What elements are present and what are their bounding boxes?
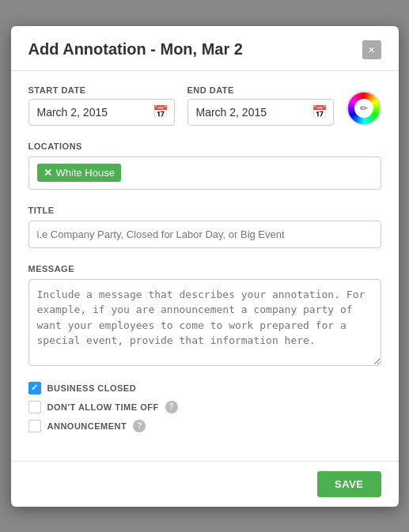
message-label: MESSAGE: [28, 264, 75, 274]
color-picker-button[interactable]: ✏: [347, 91, 381, 126]
business-closed-checkbox[interactable]: [28, 382, 41, 394]
tag-remove-icon[interactable]: ✕: [44, 167, 52, 179]
modal-title: Add Annotation - Mon, Mar 2: [28, 40, 243, 58]
pencil-icon: ✏: [360, 103, 368, 114]
modal-footer: SAVE: [11, 461, 399, 507]
start-date-group: START DATE 📅: [28, 85, 175, 126]
locations-box-wrap: ✕ White House: [28, 157, 381, 190]
start-date-input-wrap: 📅: [28, 99, 175, 126]
location-tag: ✕ White House: [37, 164, 121, 182]
announcement-help-icon[interactable]: ?: [133, 420, 146, 432]
dont-allow-time-off-row: DON'T ALLOW TIME OFF ?: [28, 401, 381, 413]
business-closed-row: BUSINESS CLOSED: [28, 382, 381, 394]
title-input[interactable]: [28, 221, 381, 248]
modal-header: Add Annotation - Mon, Mar 2 ×: [11, 26, 399, 71]
announcement-label: ANNOUNCEMENT: [47, 421, 127, 431]
end-date-input[interactable]: [187, 99, 334, 126]
announcement-row: ANNOUNCEMENT ?: [28, 420, 381, 432]
announcement-checkbox[interactable]: [28, 420, 41, 432]
title-label: TITLE: [28, 206, 55, 215]
checkboxes-section: BUSINESS CLOSED DON'T ALLOW TIME OFF ? A…: [28, 382, 381, 432]
start-date-input[interactable]: [28, 99, 175, 126]
title-section: TITLE: [28, 202, 381, 248]
dont-allow-time-off-checkbox[interactable]: [28, 401, 41, 413]
tag-label: White House: [56, 167, 115, 179]
locations-label: LOCATIONS: [28, 141, 82, 151]
message-textarea-wrap: [28, 279, 381, 369]
locations-box[interactable]: ✕ White House: [28, 157, 381, 190]
business-closed-label: BUSINESS CLOSED: [47, 383, 137, 393]
add-annotation-modal: Add Annotation - Mon, Mar 2 × START DATE…: [11, 26, 399, 507]
end-date-input-wrap: 📅: [187, 99, 334, 126]
start-date-label: START DATE: [28, 85, 175, 95]
locations-section: LOCATIONS ✕ White House: [28, 138, 381, 190]
dont-allow-time-off-help-icon[interactable]: ?: [165, 401, 178, 413]
title-input-wrap: [28, 221, 381, 248]
dates-row: START DATE 📅 END DATE 📅 ✏: [28, 85, 381, 126]
dont-allow-time-off-label: DON'T ALLOW TIME OFF: [47, 402, 159, 412]
modal-body: START DATE 📅 END DATE 📅 ✏ LOCA: [11, 71, 399, 461]
message-textarea[interactable]: [28, 279, 381, 366]
save-button[interactable]: SAVE: [317, 471, 381, 497]
end-date-group: END DATE 📅: [187, 85, 334, 126]
color-wheel-inner: ✏: [354, 99, 373, 118]
end-date-label: END DATE: [187, 85, 334, 95]
message-section: MESSAGE: [28, 261, 381, 369]
close-button[interactable]: ×: [362, 40, 381, 59]
